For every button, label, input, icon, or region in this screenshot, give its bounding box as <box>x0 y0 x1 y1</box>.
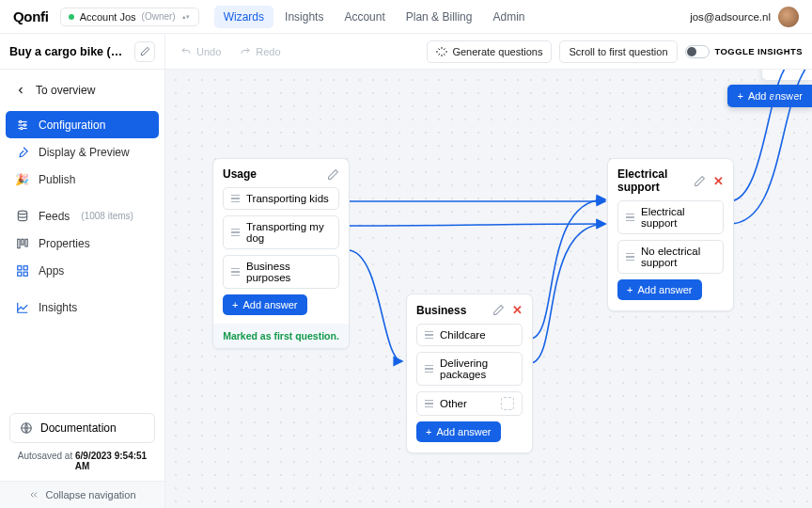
redo-label: Redo <box>256 46 280 57</box>
sparkle-icon <box>436 46 447 57</box>
drag-handle-icon[interactable] <box>231 268 240 276</box>
answer-item[interactable]: Business purposes <box>223 255 339 289</box>
page-title: Buy a cargo bike (produc… <box>9 45 127 58</box>
flag-icon[interactable] <box>501 397 514 410</box>
svg-rect-9 <box>24 239 26 246</box>
collapse-navigation-button[interactable]: Collapse navigation <box>0 481 164 508</box>
answer-label: Transporting kids <box>246 193 329 204</box>
sidebar-item-properties[interactable]: Properties <box>6 230 159 257</box>
sidebar-item-configuration[interactable]: Configuration <box>6 111 159 138</box>
sidebar-item-display-preview[interactable]: Display & Preview <box>6 138 159 166</box>
drag-handle-icon[interactable] <box>626 253 634 261</box>
chevron-left-icon <box>15 85 26 96</box>
sidebar-item-label: Display & Preview <box>39 146 130 159</box>
sidebar-item-count: (1008 items) <box>81 211 133 221</box>
svg-rect-10 <box>17 265 21 269</box>
answer-item[interactable]: Transporting kids <box>223 187 339 210</box>
sidebar-item-apps[interactable]: Apps <box>6 257 159 284</box>
pencil-icon[interactable] <box>492 304 505 316</box>
generate-label: Generate questions <box>452 46 542 57</box>
answer-item[interactable]: Delivering packages <box>416 352 523 386</box>
answer-item[interactable]: Transporting my dog <box>223 215 339 249</box>
close-icon[interactable]: ✕ <box>512 303 523 317</box>
tab-plan-billing[interactable]: Plan & Billing <box>397 6 482 28</box>
card-business[interactable]: Business ✕ Childcare Delivering packages… <box>406 294 533 453</box>
add-answer-button[interactable]: +Add answer <box>223 294 307 315</box>
scroll-label: Scroll to first question <box>569 46 667 57</box>
answer-item[interactable]: Other <box>416 391 523 416</box>
svg-rect-7 <box>17 239 19 247</box>
plus-icon: + <box>426 426 431 437</box>
redo-button[interactable]: Redo <box>234 42 286 61</box>
add-answer-label: Add answer <box>748 90 803 102</box>
sidebar-item-publish[interactable]: 🎉 Publish <box>6 166 159 193</box>
plus-icon: + <box>232 299 238 310</box>
answer-item[interactable]: No electrical support <box>617 240 724 274</box>
documentation-label: Documentation <box>40 421 117 435</box>
drag-handle-icon[interactable] <box>626 214 634 221</box>
add-answer-button[interactable]: +Add answer <box>617 279 702 300</box>
scroll-to-first-button[interactable]: Scroll to first question <box>559 40 677 63</box>
svg-rect-12 <box>17 272 21 276</box>
drag-handle-icon[interactable] <box>231 195 240 202</box>
pencil-icon <box>140 46 150 56</box>
add-answer-label: Add answer <box>242 299 297 310</box>
globe-icon <box>20 421 33 435</box>
answer-item[interactable]: Electrical support <box>617 200 724 234</box>
user-menu[interactable]: jos@adsource.nl <box>690 7 799 27</box>
pencil-icon[interactable] <box>327 168 339 181</box>
add-answer-floating-button[interactable]: + Add answer <box>727 85 812 107</box>
tab-admin[interactable]: Admin <box>483 6 534 28</box>
sliders-icon <box>15 118 29 132</box>
documentation-button[interactable]: Documentation <box>9 413 155 443</box>
account-role: (Owner) <box>142 11 176 22</box>
drag-handle-icon[interactable] <box>425 331 433 339</box>
sidebar-item-feeds[interactable]: Feeds (1008 items) <box>6 202 159 230</box>
undo-button[interactable]: Undo <box>175 42 226 61</box>
autosave-status: Autosaved at 6/9/2023 9:54:51 AM <box>9 451 155 471</box>
to-overview-label: To overview <box>36 84 95 97</box>
redo-icon <box>240 46 251 57</box>
svg-point-4 <box>23 123 25 125</box>
svg-point-6 <box>18 211 26 214</box>
card-electrical[interactable]: Electrical support ✕ Electrical support … <box>607 158 734 311</box>
drag-handle-icon[interactable] <box>231 229 240 236</box>
pencil-icon[interactable] <box>694 175 706 187</box>
answer-label: Transporting my dog <box>246 221 331 244</box>
answer-item[interactable]: Childcare <box>416 324 523 346</box>
tab-account[interactable]: Account <box>335 6 394 28</box>
tab-wizards[interactable]: Wizards <box>214 6 273 28</box>
brush-icon <box>15 145 29 159</box>
answer-label: Electrical support <box>641 206 715 229</box>
drag-handle-icon[interactable] <box>425 400 433 407</box>
card-usage[interactable]: Usage Transporting kids Transporting my … <box>212 158 350 349</box>
chevron-updown-icon: ▴▾ <box>181 15 191 19</box>
marked-first-badge: Marked as first question. <box>213 324 349 348</box>
plus-icon: + <box>737 90 742 102</box>
add-answer-label: Add answer <box>637 284 692 295</box>
answer-label: Business purposes <box>246 261 331 283</box>
account-switcher[interactable]: Account Jos (Owner) ▴▾ <box>60 8 199 26</box>
card-title: Electrical support <box>617 167 694 194</box>
account-name: Account Jos <box>80 11 136 23</box>
close-icon[interactable]: ✕ <box>713 174 724 188</box>
user-email: jos@adsource.nl <box>690 11 771 23</box>
grid-icon <box>15 263 29 278</box>
avatar <box>778 7 799 27</box>
chevron-double-left-icon <box>28 489 39 500</box>
canvas[interactable]: + Add answer Usage Transporting kids Tra… <box>165 70 812 508</box>
add-answer-button[interactable]: +Add answer <box>416 421 501 442</box>
card-title: Usage <box>223 167 257 181</box>
toggle-insights[interactable]: TOGGLE INSIGHTS <box>685 45 803 58</box>
sidebar-item-insights[interactable]: Insights <box>6 294 159 321</box>
answer-label: Other <box>440 398 467 409</box>
rocket-icon: 🎉 <box>15 172 29 186</box>
generate-questions-button[interactable]: Generate questions <box>427 40 552 63</box>
to-overview-link[interactable]: To overview <box>9 77 155 103</box>
answer-label: Childcare <box>440 329 486 341</box>
tab-insights[interactable]: Insights <box>275 6 333 28</box>
svg-rect-8 <box>21 239 23 245</box>
top-nav: Wizards Insights Account Plan & Billing … <box>214 6 535 28</box>
drag-handle-icon[interactable] <box>425 365 433 373</box>
edit-title-button[interactable] <box>134 41 155 62</box>
